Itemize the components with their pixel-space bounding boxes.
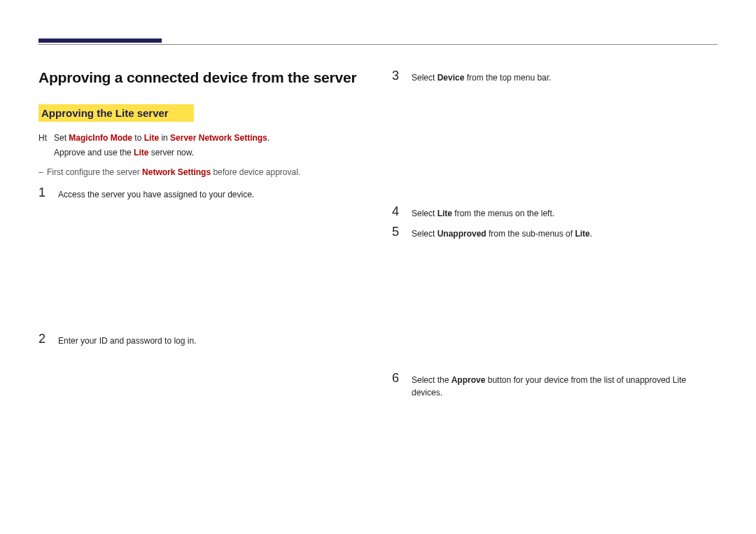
intro-l2-em: Lite	[134, 148, 148, 157]
step-1: 1 Access the server you have assigned to…	[38, 186, 364, 201]
intro-l1-post: .	[267, 133, 270, 143]
s4-em: Lite	[438, 209, 452, 218]
s5-em: Unapproved	[438, 229, 486, 239]
intro-block: Ht Set MagicInfo Mode to Lite in Server …	[38, 132, 364, 159]
step-6-text: Select the Approve button for your devic…	[412, 372, 718, 399]
page-title: Approving a connected device from the se…	[38, 69, 364, 86]
s4-post: from the menus on the left.	[452, 209, 554, 218]
step-3: 3 Select Device from the top menu bar.	[392, 69, 718, 84]
step-6: 6 Select the Approve button for your dev…	[392, 372, 718, 399]
step-1-number: 1	[38, 186, 48, 199]
step-3-text: Select Device from the top menu bar.	[412, 69, 551, 84]
screenshot-placeholder-1	[38, 206, 364, 332]
dash-post: before device approval.	[211, 167, 300, 177]
s5-mid: from the sub-menus of	[486, 229, 575, 239]
s5-pre: Select	[412, 229, 438, 239]
step-4-text: Select Lite from the menus on the left.	[412, 205, 554, 220]
accent-bar	[38, 38, 162, 43]
left-column: Approving a connected device from the se…	[38, 69, 364, 405]
intro-line-2: Approve and use the Lite server now.	[54, 146, 364, 160]
step-2: 2 Enter your ID and password to log in.	[38, 332, 364, 347]
step-1-text: Access the server you have assigned to y…	[58, 186, 254, 201]
dash-note: First configure the server Network Setti…	[38, 166, 364, 179]
dash-pre: First configure the server	[47, 167, 142, 177]
step-5: 5 Select Unapproved from the sub-menus o…	[392, 225, 718, 240]
s5-em2: Lite	[575, 229, 589, 239]
step-2-text: Enter your ID and password to log in.	[58, 332, 196, 347]
section-subtitle: Approving the Lite server	[38, 104, 194, 122]
screenshot-placeholder-5	[392, 246, 718, 372]
intro-l2-pre: Approve and use the	[54, 148, 134, 157]
s4-pre: Select	[412, 209, 438, 218]
intro-l1-mid2: in	[159, 133, 170, 143]
s3-pre: Select	[412, 73, 438, 83]
intro-l1-em2: Lite	[144, 133, 159, 143]
intro-line-1: Ht Set MagicInfo Mode to Lite in Server …	[54, 132, 364, 145]
intro-l2-post: server now.	[148, 148, 194, 157]
s3-em: Device	[438, 73, 465, 83]
screenshot-placeholder-3	[392, 90, 718, 205]
step-4-number: 4	[392, 205, 402, 218]
step-2-number: 2	[38, 332, 48, 345]
document-page: Approving a connected device from the se…	[0, 0, 756, 534]
s5-post: .	[590, 229, 592, 239]
header-divider	[38, 44, 718, 45]
step-4: 4 Select Lite from the menus on the left…	[392, 205, 718, 220]
intro-l1-pre: Set	[54, 133, 69, 143]
intro-marker: Ht	[38, 132, 47, 145]
step-6-number: 6	[392, 372, 402, 384]
step-3-number: 3	[392, 69, 402, 82]
dash-em: Network Settings	[142, 167, 211, 177]
s3-post: from the top menu bar.	[464, 73, 551, 83]
step-5-number: 5	[392, 225, 402, 238]
right-column: 3 Select Device from the top menu bar. 4…	[392, 69, 718, 405]
step-5-text: Select Unapproved from the sub-menus of …	[412, 225, 592, 240]
intro-l1-em3: Server Network Settings	[170, 133, 267, 143]
s6-em: Approve	[451, 375, 486, 385]
content-columns: Approving a connected device from the se…	[38, 69, 718, 405]
s6-pre: Select the	[412, 375, 451, 385]
intro-l1-em1: MagicInfo Mode	[69, 133, 132, 143]
intro-l1-mid1: to	[132, 133, 144, 143]
